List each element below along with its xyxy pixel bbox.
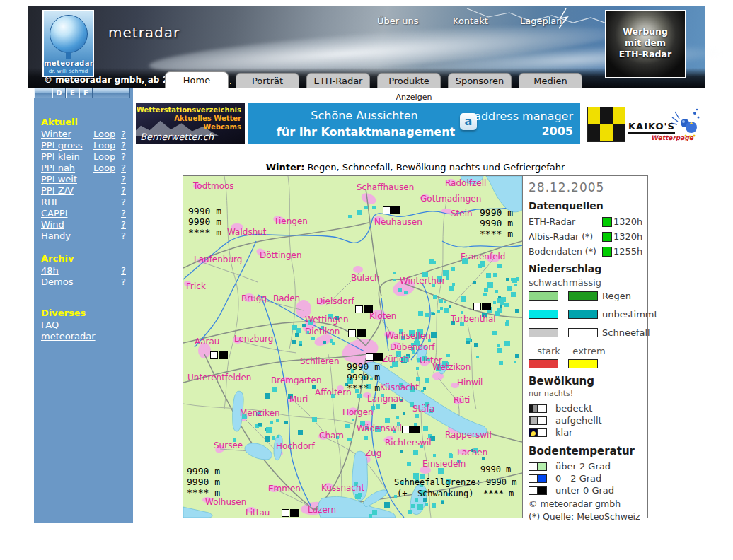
precip-cell bbox=[514, 284, 517, 286]
def-button-d[interactable]: D bbox=[52, 88, 66, 98]
precip-cell bbox=[372, 510, 377, 515]
checker-cell bbox=[613, 124, 625, 141]
sidebar-help-link[interactable]: ? bbox=[121, 219, 126, 230]
precip-cell bbox=[425, 378, 429, 383]
city-label: Menziken bbox=[240, 409, 279, 417]
sidebar-help-link[interactable]: ? bbox=[121, 151, 126, 162]
sidebar-link-winter[interactable]: Winter bbox=[41, 129, 71, 139]
precip-cell bbox=[364, 436, 368, 440]
tab-portr-t[interactable]: Porträt bbox=[236, 73, 299, 88]
city-label: Rüti bbox=[454, 396, 470, 404]
sidebar-link-cappi[interactable]: CAPPI bbox=[41, 208, 67, 218]
sidebar-help-link[interactable]: ? bbox=[121, 185, 126, 196]
tab-home[interactable]: Home bbox=[165, 71, 229, 88]
sidebar-loop-link[interactable]: Loop bbox=[93, 163, 115, 173]
sidebar-help-link[interactable]: ? bbox=[121, 208, 126, 218]
city-label: Schlieren bbox=[300, 357, 340, 366]
def-button-e[interactable]: E bbox=[66, 88, 79, 98]
sidebar-link-faq[interactable]: FAQ bbox=[41, 320, 59, 330]
cloud-white-box bbox=[538, 416, 547, 425]
legend-precip-title: Niederschlag bbox=[529, 263, 642, 274]
precip-cell bbox=[451, 267, 455, 271]
sidebar-loop-link[interactable]: Loop bbox=[93, 151, 115, 162]
checker-logo[interactable] bbox=[587, 107, 625, 142]
tab-produkte[interactable]: Produkte bbox=[377, 73, 441, 88]
city-label: Muri bbox=[289, 395, 308, 404]
precip-cell bbox=[486, 273, 491, 278]
sidebar-help-link[interactable]: ? bbox=[121, 174, 126, 185]
def-button-blank[interactable] bbox=[93, 88, 130, 98]
cloud-white-box bbox=[538, 404, 547, 413]
eth-radar-ad[interactable]: Werbung mit dem ETH-Radar bbox=[605, 10, 686, 78]
kaikos-banner[interactable]: KAIKO'S Wetterpage bbox=[628, 107, 700, 144]
snowline-text: Schneefallgrenze: 9990 m bbox=[394, 478, 516, 487]
sidebar-help-link[interactable]: ? bbox=[121, 197, 126, 207]
source-label: Bodendaten (*) bbox=[529, 246, 602, 257]
sidebar-link-wind[interactable]: Wind bbox=[41, 219, 64, 230]
sidebar-help-link[interactable]: ? bbox=[121, 129, 126, 139]
precip-cell bbox=[417, 504, 423, 510]
sidebar-link-ppi-weit[interactable]: PPI weit bbox=[41, 174, 77, 185]
precip-cell bbox=[312, 417, 317, 422]
sidebar-help-link[interactable]: ? bbox=[121, 231, 126, 241]
sidebar-loop-link[interactable]: Loop bbox=[93, 140, 115, 151]
precip-cell bbox=[355, 494, 361, 499]
def-button-f[interactable]: F bbox=[79, 88, 93, 98]
precip-cell bbox=[474, 343, 478, 347]
tab-eth-radar[interactable]: ETH-Radar bbox=[306, 73, 370, 88]
sidebar-link-ppi-nah[interactable]: PPI nah bbox=[41, 163, 75, 173]
precip-cell bbox=[398, 288, 402, 292]
precip-cell bbox=[444, 301, 446, 303]
sidebar-link-48h[interactable]: 48h bbox=[41, 265, 59, 276]
soil-color-box bbox=[538, 474, 547, 483]
sidebar-link-ppi-gross[interactable]: PPI gross bbox=[41, 140, 82, 151]
city-label: Unterentfelden bbox=[187, 373, 251, 382]
city-label: Frauenfeld bbox=[461, 252, 505, 261]
nav-link-lageplan[interactable]: Lageplan bbox=[520, 16, 562, 26]
sidebar-row-ppi-nah: PPI nahLoop? bbox=[41, 163, 127, 174]
nav-link-ueber-uns[interactable]: Über uns bbox=[377, 16, 419, 26]
sidebar-link-ppi-klein[interactable]: PPI klein bbox=[41, 151, 80, 162]
sidebar-row-ppi-z-v: PPI Z/V? bbox=[41, 185, 127, 197]
precip-cell bbox=[385, 418, 390, 423]
source-hours: 1320h bbox=[613, 216, 642, 227]
precip-swatch-strong bbox=[529, 359, 558, 368]
sidebar-section-archiv: Archiv bbox=[41, 253, 127, 265]
sidebar-loop-link[interactable]: Loop bbox=[93, 129, 115, 139]
precip-cell bbox=[466, 341, 470, 344]
bernerwetter-banner[interactable]: Wetterstationsverzeichnis Aktuelles Wett… bbox=[136, 103, 245, 144]
sidebar-link-meteoradar[interactable]: meteoradar bbox=[41, 331, 96, 342]
city-label: Wettingen bbox=[305, 315, 349, 324]
station-marker-icon bbox=[383, 206, 400, 214]
city-label: Langnau bbox=[367, 395, 404, 403]
station-marker-icon bbox=[366, 353, 383, 361]
sidebar-link-handy[interactable]: Handy bbox=[41, 231, 71, 241]
soil-white-box bbox=[529, 474, 538, 483]
sidebar-help-link[interactable]: ? bbox=[121, 163, 126, 173]
sidebar-link-demos[interactable]: Demos bbox=[41, 276, 73, 287]
precip-cell bbox=[511, 278, 514, 281]
precip-cell bbox=[452, 283, 455, 286]
tab-medien[interactable]: Medien bbox=[519, 73, 582, 88]
precip-cell bbox=[444, 308, 449, 313]
sidebar-help-link[interactable]: ? bbox=[121, 265, 126, 276]
precip-cell bbox=[415, 414, 419, 418]
city-label: Turbenthal bbox=[451, 315, 496, 323]
nav-link-kontakt[interactable]: Kontakt bbox=[453, 16, 488, 26]
sidebar-link-rhi[interactable]: RHI bbox=[41, 197, 57, 207]
def-button-blank[interactable] bbox=[34, 88, 52, 98]
kaikos-subtitle: Wetterpage bbox=[651, 134, 693, 141]
precip-legend-row: unbestimmt bbox=[529, 309, 642, 320]
city-label: Stäfa bbox=[412, 404, 434, 413]
sidebar-help-link[interactable]: ? bbox=[121, 276, 126, 287]
address-manager-banner[interactable]: Schöne Aussichten für Ihr Kontaktmanagem… bbox=[248, 103, 580, 144]
site-logo[interactable]: meteoradar dr. willi schmid bbox=[42, 10, 94, 77]
precip-cell bbox=[292, 340, 296, 344]
precip-cell bbox=[433, 454, 436, 457]
tab-sponsoren[interactable]: Sponsoren bbox=[448, 73, 512, 88]
precip-cell bbox=[364, 206, 368, 209]
station-black-box bbox=[357, 329, 366, 337]
sidebar-link-ppi-z-v[interactable]: PPI Z/V bbox=[41, 185, 74, 196]
sidebar-help-link[interactable]: ? bbox=[121, 140, 126, 151]
station-black-box bbox=[290, 509, 299, 517]
